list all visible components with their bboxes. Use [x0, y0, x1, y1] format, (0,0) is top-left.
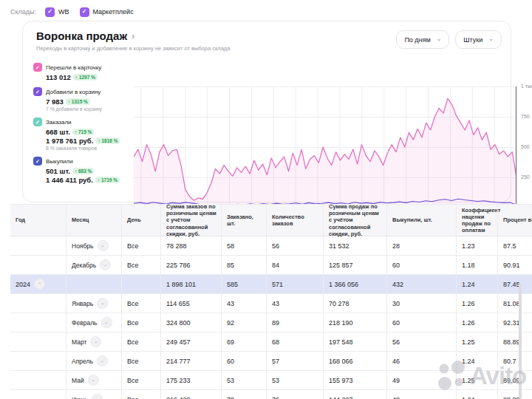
chart-controls: По дням ⌄ Штуки ⌄	[396, 30, 502, 49]
metric-note: 8 % заказали товаров	[46, 146, 120, 151]
table-row: Апрель⌄Все214 7776057168 066461.2480.7	[10, 352, 532, 371]
cell-value: 60	[227, 358, 234, 365]
cell-value: 43	[227, 300, 234, 307]
column-header: Процент выкупа	[497, 205, 532, 236]
cell-value: 1.24	[462, 358, 475, 365]
month-dropdown[interactable]: ⌄	[100, 259, 111, 270]
table-cell: 69	[221, 332, 266, 351]
cell-value: 43	[272, 300, 279, 307]
table-cell: 60	[221, 352, 266, 370]
month-dropdown[interactable]: ⌄	[101, 317, 112, 328]
warehouse-checkbox-маркетплейс[interactable]: ✓Маркетплейс	[80, 7, 134, 17]
table-cell: 60	[386, 256, 456, 274]
metric-checkbox[interactable]: ✓	[33, 117, 42, 126]
cell-value: 88.89	[503, 396, 520, 399]
table-cell: 1 898 101	[160, 275, 221, 293]
month-dropdown[interactable]: ⌄	[97, 355, 108, 366]
table-cell: Все	[121, 236, 160, 255]
table-cell: 85	[221, 256, 266, 274]
table-cell: 571	[266, 275, 323, 293]
month-dropdown[interactable]: ⌄	[92, 394, 103, 399]
sales-funnel-card: Воронка продаж › Переходы в карточку и д…	[22, 21, 511, 202]
cell-value: 48	[392, 396, 400, 399]
units-select-value: Штуки	[463, 36, 482, 44]
cell-value: 80.7	[503, 358, 516, 365]
table-cell	[10, 256, 66, 274]
month-dropdown[interactable]: ⌄	[88, 375, 99, 386]
cell-value: 79	[227, 396, 234, 399]
table-cell: 76	[266, 390, 323, 399]
table-cell: 218 190	[323, 313, 386, 332]
column-header: Год	[10, 205, 66, 236]
table-cell: 56	[266, 236, 323, 255]
table-cell: Июнь⌄	[66, 390, 121, 399]
metric-checkbox[interactable]: ✓	[33, 87, 42, 96]
table-row: Февраль⌄Все324 8009289218 190601.2692.31	[10, 313, 532, 332]
table-cell: Февраль⌄	[66, 313, 121, 332]
table-cell: 1.23	[456, 236, 497, 255]
table-cell: Все	[121, 352, 160, 370]
cell-value: 53	[272, 377, 279, 384]
table-header-row: ГодМесяцДеньСумма заказов по розничным ц…	[10, 204, 532, 236]
table-cell	[10, 294, 66, 313]
table-cell: 60	[386, 313, 456, 332]
funnel-subtitle: Переходы в карточку и добавление в корзи…	[36, 45, 230, 52]
table-cell: 155 973	[323, 371, 386, 389]
table-cell: 1.24	[456, 390, 497, 399]
metric-value: 113 012	[46, 73, 71, 81]
month-value: Апрель	[72, 358, 93, 365]
table-scrollbar[interactable]	[519, 284, 522, 399]
chevron-down-icon: ⌄	[437, 35, 442, 42]
cell-value: 168 066	[329, 358, 353, 365]
collapse-year-button[interactable]: ⌃	[34, 279, 45, 290]
cell-value: 88.89	[503, 338, 520, 346]
checkbox-label: Маркетплейс	[93, 8, 134, 16]
table-cell: 43	[266, 294, 323, 313]
checkbox-label: WB	[58, 8, 69, 16]
funnel-title-link[interactable]: Воронка продаж ›	[36, 30, 134, 42]
period-select[interactable]: По дням ⌄	[396, 30, 449, 49]
column-header: Месяц	[66, 205, 121, 236]
table-body: Ноябрь⌄Все78 288585631 532281.2387.5Дека…	[10, 236, 532, 399]
table-cell: 144 227	[323, 390, 386, 399]
cell-value: 1 366 056	[329, 281, 358, 288]
column-header: Сумма продаж по розничным ценам с учётом…	[323, 205, 386, 236]
table-cell: Март⌄	[66, 332, 121, 351]
metric-checkbox[interactable]: ✓	[33, 157, 42, 166]
table-cell: 2024⌃	[10, 275, 66, 293]
table-cell	[121, 275, 160, 293]
month-dropdown[interactable]: ⌄	[90, 336, 101, 347]
table-cell: 1.25	[456, 332, 497, 351]
table-cell: 88.89	[497, 332, 532, 351]
month-dropdown[interactable]: ⌄	[98, 240, 109, 251]
cell-value: 49	[392, 377, 400, 384]
cell-value: 571	[272, 281, 283, 288]
warehouse-filter-bar: Склады: ✓WB✓Маркетплейс	[10, 4, 134, 19]
table-row: Ноябрь⌄Все78 288585631 532281.2387.5	[10, 236, 532, 256]
table-cell: 1 366 056	[323, 275, 386, 293]
cell-value: 56	[272, 242, 279, 250]
table-cell: 48	[386, 390, 456, 399]
table-cell: Все	[121, 371, 160, 389]
y-tick-label: 750	[521, 114, 530, 119]
cell-value: 89	[272, 319, 279, 327]
cell-value: 68	[272, 338, 279, 346]
checkbox-icon[interactable]: ✓	[80, 7, 89, 17]
cell-value: 78 288	[166, 242, 187, 250]
table-cell: Все	[121, 313, 160, 332]
table-cell: 30	[386, 294, 456, 313]
metric-checkbox[interactable]: ✓	[33, 63, 42, 72]
table-cell	[10, 390, 66, 399]
checkbox-icon[interactable]: ✓	[45, 7, 55, 17]
table-cell: 49	[386, 371, 456, 389]
month-value: Ноябрь	[72, 242, 94, 250]
month-value: Июнь	[72, 396, 88, 399]
month-dropdown[interactable]: ⌄	[97, 298, 108, 309]
table-cell: 1.24	[456, 275, 497, 293]
warehouse-checkbox-wb[interactable]: ✓WB	[45, 7, 69, 17]
column-header: Выкупили, шт.	[386, 205, 456, 236]
table-cell: Май⌄	[66, 371, 121, 389]
units-select[interactable]: Штуки ⌄	[455, 30, 502, 49]
table-cell: 249 457	[160, 332, 221, 351]
metric-note: 7 % добавили в корзину	[46, 106, 120, 112]
